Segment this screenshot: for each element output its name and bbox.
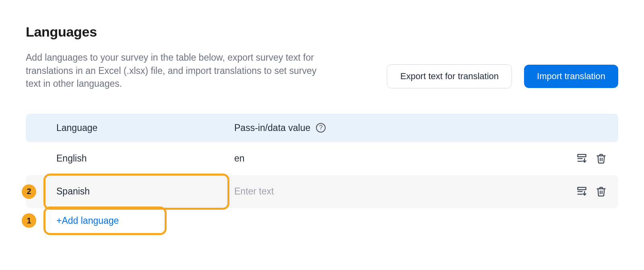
language-cell[interactable]: English xyxy=(56,153,234,164)
table-row: English en xyxy=(26,142,618,175)
table-row: 2 Spanish Enter text xyxy=(26,175,618,208)
value-cell[interactable]: en xyxy=(234,153,576,164)
languages-panel: Languages Add languages to your survey i… xyxy=(0,0,644,270)
action-buttons: Export text for translation Import trans… xyxy=(387,64,618,88)
add-language-row: 1 +Add language xyxy=(26,208,618,233)
add-language-button[interactable]: +Add language xyxy=(56,215,119,226)
help-icon[interactable]: ? xyxy=(316,123,326,133)
page-description: Add languages to your survey in the tabl… xyxy=(26,51,324,90)
row-actions xyxy=(576,153,618,165)
row-actions xyxy=(576,186,618,198)
languages-table: Language Pass-in/data value ? English en xyxy=(26,114,618,233)
callout-badge-2: 2 xyxy=(22,184,36,199)
export-button[interactable]: Export text for translation xyxy=(387,64,512,88)
callout-badge-1: 1 xyxy=(22,213,36,228)
trash-icon[interactable] xyxy=(595,153,607,165)
header-row: Languages Add languages to your survey i… xyxy=(26,24,618,90)
table-header: Language Pass-in/data value ? xyxy=(26,114,618,142)
column-header-value-label: Pass-in/data value xyxy=(234,123,310,133)
header-text: Languages Add languages to your survey i… xyxy=(26,24,324,90)
svg-rect-1 xyxy=(578,188,586,190)
table-move-down-icon[interactable] xyxy=(576,186,588,198)
trash-icon[interactable] xyxy=(595,186,607,198)
table-move-down-icon[interactable] xyxy=(576,153,588,165)
import-button[interactable]: Import translation xyxy=(524,65,618,88)
page-title: Languages xyxy=(26,24,324,40)
language-cell[interactable]: Spanish xyxy=(56,186,234,197)
svg-rect-0 xyxy=(578,155,586,157)
value-cell[interactable]: Enter text xyxy=(234,186,576,197)
column-header-value: Pass-in/data value ? xyxy=(234,123,618,133)
column-header-language: Language xyxy=(56,123,234,133)
